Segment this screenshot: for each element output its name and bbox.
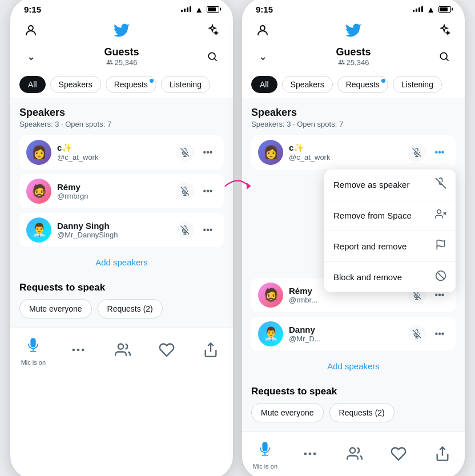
block-and-remove-item[interactable]: Block and remove — [324, 262, 456, 292]
share-icon-right[interactable] — [431, 442, 454, 465]
requests-count-btn-right[interactable]: Requests (2) — [329, 403, 395, 422]
speaker-name-d-left: Danny Singh — [57, 221, 170, 231]
tab-listening-left[interactable]: Listening — [161, 76, 210, 93]
people-action-right[interactable] — [343, 442, 366, 465]
people-icon-right[interactable] — [343, 442, 366, 465]
heart-icon-right[interactable] — [387, 442, 410, 465]
tab-speakers-right[interactable]: Speakers — [282, 76, 333, 93]
mic-mute-btn-d-right[interactable] — [408, 325, 426, 343]
more-btn-c-right[interactable]: ••• — [430, 143, 449, 162]
speakers-list-right: 👩 c✨ @c_at_work ••• — [251, 135, 456, 351]
twitter-logo — [112, 21, 131, 39]
mic-action-right[interactable]: Mic is on — [253, 438, 277, 470]
block-icon — [435, 270, 446, 284]
share-action-left[interactable] — [199, 338, 222, 361]
svg-point-13 — [73, 349, 74, 350]
mic-mute-btn-r-left[interactable] — [176, 182, 194, 200]
mute-everyone-btn-left[interactable]: Mute everyone — [19, 299, 92, 318]
status-bar-left: 9:15 ▲ — [10, 0, 233, 17]
guest-count-left: 25,346 — [40, 58, 203, 67]
remove-as-speaker-item[interactable]: Remove as speaker — [324, 170, 456, 200]
tab-requests-left[interactable]: Requests — [106, 76, 156, 93]
speaker-row-c-left: 👩 c✨ @c_at_work ••• — [19, 135, 224, 170]
tab-speakers-left[interactable]: Speakers — [50, 76, 101, 93]
more-icon-left[interactable] — [67, 338, 90, 361]
search-btn-right[interactable] — [435, 47, 453, 66]
requests-buttons-right: Mute everyone Requests (2) — [251, 403, 456, 422]
svg-point-40 — [350, 447, 355, 453]
speaker-actions-d-left: ••• — [176, 221, 217, 239]
people-action-left[interactable] — [111, 338, 134, 361]
tab-all-right[interactable]: All — [251, 76, 277, 93]
mic-mute-btn-c-right[interactable] — [408, 143, 426, 162]
requests-dot-left — [150, 79, 154, 83]
more-btn-d-left[interactable]: ••• — [199, 221, 217, 239]
report-and-remove-item[interactable]: Report and remove — [324, 231, 456, 262]
remove-from-space-item[interactable]: Remove from Space — [324, 200, 456, 231]
tab-listening-right[interactable]: Listening — [393, 76, 442, 93]
more-action-left[interactable] — [67, 338, 90, 361]
battery-icon — [207, 6, 219, 13]
right-phone: 9:15 ▲ — [242, 0, 465, 476]
more-btn-c-left[interactable]: ••• — [199, 143, 217, 162]
people-icon-left[interactable] — [111, 338, 134, 361]
remove-speaker-icon — [435, 178, 446, 192]
profile-icon[interactable] — [22, 21, 40, 39]
svg-line-24 — [436, 178, 446, 188]
remove-space-icon — [435, 208, 446, 223]
tab-all-left[interactable]: All — [19, 76, 46, 93]
svg-line-30 — [437, 272, 444, 279]
mic-mute-btn-d-left[interactable] — [176, 221, 194, 239]
status-icons-right: ▲ — [413, 5, 451, 14]
mic-icon-right[interactable] — [253, 438, 276, 461]
share-action-right[interactable] — [431, 442, 454, 465]
sparkle-icon[interactable] — [203, 21, 222, 39]
mic-icon-left[interactable] — [22, 334, 45, 357]
speaker-actions-r-left: ••• — [176, 182, 217, 200]
chevron-down-btn-right[interactable]: ⌄ — [253, 47, 272, 66]
profile-icon-right[interactable] — [253, 21, 272, 39]
avatar-c-right: 👩 — [258, 140, 283, 165]
more-action-right[interactable] — [299, 442, 321, 465]
tab-requests-right[interactable]: Requests — [337, 76, 388, 93]
svg-point-1 — [208, 53, 215, 59]
requests-section-left: Requests to speak Mute everyone Requests… — [19, 282, 224, 318]
tabs-bar-right: All Speakers Requests Listening — [242, 71, 465, 98]
speaker-name-c-right: c✨ — [289, 143, 402, 153]
requests-count-btn-left[interactable]: Requests (2) — [98, 299, 163, 318]
mic-action-left[interactable]: Mic is on — [21, 334, 46, 366]
speaker-name-c-left: c✨ — [57, 143, 170, 153]
add-speakers-left[interactable]: Add speakers — [19, 252, 224, 273]
avatar-r-left: 🧔 — [26, 179, 51, 204]
heart-action-right[interactable] — [387, 442, 410, 465]
speaker-handle-c-left: @c_at_work — [57, 153, 170, 162]
speaker-handle-r-left: @rmbrgn — [57, 192, 170, 200]
bottom-bar-right: Mic is on — [242, 431, 465, 477]
tabs-bar-left: All Speakers Requests Listening — [10, 71, 233, 98]
wifi-icon-right: ▲ — [426, 5, 435, 14]
requests-section-right: Requests to speak Mute everyone Requests… — [251, 386, 456, 422]
status-icons-left: ▲ — [181, 5, 219, 14]
battery-icon-right — [438, 6, 451, 13]
bottom-bar-left: Mic is on — [10, 328, 233, 375]
heart-action-left[interactable] — [155, 338, 178, 361]
svg-point-37 — [309, 453, 311, 454]
chevron-down-btn[interactable]: ⌄ — [22, 47, 40, 66]
signal-bars-right — [413, 6, 423, 12]
add-speakers-right[interactable]: Add speakers — [251, 356, 456, 377]
header-left: ⌄ Guests 25,346 — [10, 44, 233, 71]
speaker-handle-c-right: @c_at_work — [289, 153, 402, 162]
speakers-sub-right: Speakers: 3 · Open spots: 7 — [251, 120, 456, 128]
heart-icon-left[interactable] — [155, 338, 178, 361]
mic-mute-btn-c-left[interactable] — [176, 143, 194, 162]
wifi-icon: ▲ — [195, 5, 203, 14]
more-icon-right[interactable] — [299, 442, 321, 465]
search-btn-left[interactable] — [203, 47, 222, 66]
nav-bar-right — [242, 17, 465, 44]
more-btn-r-left[interactable]: ••• — [199, 182, 217, 200]
share-icon-left[interactable] — [199, 338, 222, 361]
content-area-left: Speakers Speakers: 3 · Open spots: 7 👩 c… — [10, 98, 233, 328]
more-btn-d-right[interactable]: ••• — [430, 325, 449, 343]
mute-everyone-btn-right[interactable]: Mute everyone — [251, 403, 324, 422]
sparkle-icon-right[interactable] — [435, 21, 453, 39]
